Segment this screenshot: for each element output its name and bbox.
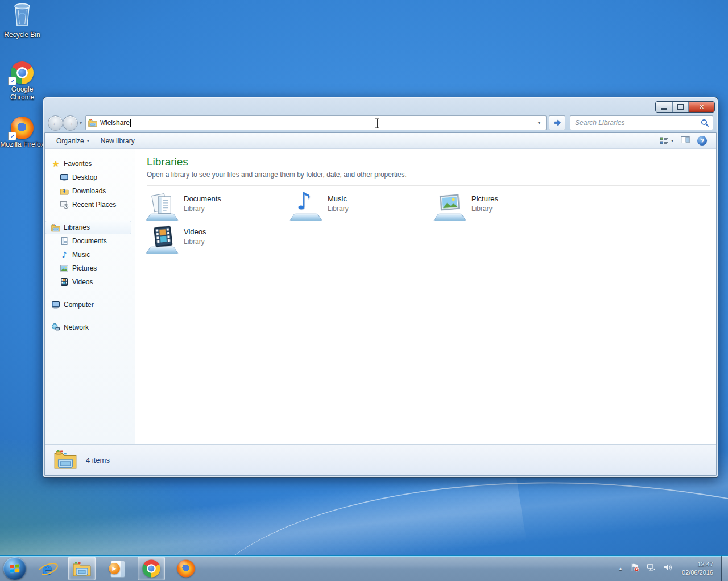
chevron-down-icon: ▾ <box>671 138 673 143</box>
search-input[interactable] <box>574 118 701 127</box>
page-subtitle: Open a library to see your files and arr… <box>147 171 710 179</box>
address-bar[interactable]: \\fielshare ▾ <box>85 115 547 130</box>
library-tile-music[interactable]: ♪ Music Library <box>291 192 435 225</box>
clock-time: 12:47 <box>682 560 713 568</box>
sidebar-item-favorites[interactable]: ★ Favorites <box>45 157 131 171</box>
sidebar-item-libraries[interactable]: Libraries <box>45 221 131 234</box>
recent-places-icon <box>60 200 69 209</box>
preview-pane-button[interactable] <box>681 135 690 146</box>
address-text: \\fielshare <box>100 119 130 127</box>
show-desktop-button[interactable] <box>721 556 728 581</box>
library-pane: Libraries Open a library to see your fil… <box>135 149 716 444</box>
libraries-folder-icon-large <box>54 449 77 471</box>
forward-button[interactable]: → <box>63 115 78 131</box>
windows-flag-icon <box>10 564 19 572</box>
item-count: 4 items <box>86 456 110 464</box>
desktop-icon-label: Mozilla Firefox <box>0 141 44 149</box>
new-library-label: New library <box>101 137 135 145</box>
minimize-icon <box>661 108 667 110</box>
desktop-icon-google-chrome[interactable]: ↗ Google Chrome <box>0 58 44 102</box>
sidebar-label: Pictures <box>72 264 97 272</box>
help-button[interactable]: ? <box>697 136 707 146</box>
preview-pane-icon <box>681 135 690 144</box>
media-player-icon: ▶ <box>107 559 126 578</box>
picture-icon <box>60 264 69 273</box>
title-bar[interactable]: ✕ <box>43 97 718 113</box>
desktop-icon-recycle-bin[interactable]: Recycle Bin <box>0 3 44 39</box>
taskbar-clock[interactable]: 12:47 02/06/2016 <box>682 560 713 577</box>
network-tray-icon[interactable] <box>647 563 656 574</box>
tile-type: Library <box>184 205 221 213</box>
divider <box>147 185 710 186</box>
library-tile-videos[interactable]: Videos Library <box>147 225 291 258</box>
chrome-icon <box>142 559 160 577</box>
command-bar: Organize ▾ New library ▾ ? <box>45 133 716 149</box>
sidebar-label: Libraries <box>64 223 90 231</box>
forward-icon: → <box>67 119 74 127</box>
minimize-button[interactable] <box>656 102 672 112</box>
shortcut-arrow-icon: ↗ <box>8 132 16 140</box>
taskbar-chrome[interactable] <box>138 557 165 580</box>
sidebar-item-downloads[interactable]: Downloads <box>45 184 131 198</box>
help-icon: ? <box>700 138 704 144</box>
go-button[interactable] <box>549 115 565 130</box>
tile-name: Videos <box>184 227 206 236</box>
network-icon <box>51 323 60 332</box>
sidebar-label: Music <box>72 251 90 259</box>
maximize-button[interactable] <box>672 102 688 112</box>
sidebar-item-music[interactable]: ♪ Music <box>45 248 131 262</box>
status-bar: 4 items <box>45 444 716 475</box>
taskbar-firefox[interactable] <box>173 557 199 580</box>
change-view-button[interactable]: ▾ <box>660 136 673 146</box>
address-dropdown[interactable]: ▾ <box>535 121 544 126</box>
sidebar-item-pictures[interactable]: Pictures <box>45 262 131 275</box>
sidebar-item-computer[interactable]: Computer <box>45 298 131 312</box>
close-button[interactable]: ✕ <box>688 102 714 112</box>
desktop-icon-mozilla-firefox[interactable]: ↗ Mozilla Firefox <box>0 113 44 149</box>
new-library-button[interactable]: New library <box>95 135 140 147</box>
sidebar-label: Favorites <box>64 160 92 168</box>
sidebar-label: Recent Places <box>72 201 116 209</box>
back-icon: ← <box>52 119 59 127</box>
shortcut-arrow-icon: ↗ <box>8 77 16 85</box>
action-center-flag-icon[interactable] <box>630 563 639 574</box>
taskbar-media-player[interactable]: ▶ <box>104 557 130 580</box>
search-box[interactable] <box>570 115 713 130</box>
tile-type: Library <box>184 238 206 246</box>
sidebar-item-desktop[interactable]: Desktop <box>45 171 131 184</box>
libraries-folder-icon <box>51 223 60 232</box>
sidebar-item-videos[interactable]: Videos <box>45 275 131 289</box>
start-button[interactable] <box>3 557 26 580</box>
back-button[interactable]: ← <box>48 115 63 131</box>
tile-name: Pictures <box>471 194 498 203</box>
desktop-icon-label: Recycle Bin <box>0 31 44 39</box>
sidebar-item-network[interactable]: Network <box>45 321 131 334</box>
library-tile-documents[interactable]: Documents Library <box>147 192 291 225</box>
system-tray: ▲ 12:47 02/06/2016 <box>618 560 717 577</box>
documents-library-icon <box>150 192 175 219</box>
organize-label: Organize <box>56 137 84 145</box>
taskbar-windows-explorer[interactable] <box>68 557 96 580</box>
sidebar-label: Downloads <box>72 187 106 195</box>
downloads-folder-icon <box>60 186 69 196</box>
page-title: Libraries <box>147 156 710 168</box>
recent-pages-dropdown[interactable]: ▾ <box>80 121 82 126</box>
organize-button[interactable]: Organize ▾ <box>51 135 95 147</box>
sidebar-item-documents[interactable]: Documents <box>45 234 131 248</box>
desktop-icon-label: Google Chrome <box>0 86 44 102</box>
volume-icon[interactable] <box>663 563 672 574</box>
sidebar-label: Desktop <box>72 173 97 181</box>
library-tile-pictures[interactable]: Pictures Library <box>435 192 578 225</box>
sidebar-item-recent-places[interactable]: Recent Places <box>45 198 131 211</box>
tile-type: Library <box>328 205 349 213</box>
internet-explorer-icon: e <box>38 559 57 578</box>
play-icon: ▶ <box>113 566 117 571</box>
sidebar-label: Network <box>64 323 89 331</box>
search-icon <box>701 119 709 127</box>
videos-library-icon <box>151 223 176 252</box>
taskbar-internet-explorer[interactable]: e <box>34 557 60 580</box>
sidebar-label: Videos <box>72 278 93 286</box>
pictures-library-icon <box>437 190 463 217</box>
computer-icon <box>51 300 60 309</box>
show-hidden-icons-button[interactable]: ▲ <box>618 566 623 571</box>
